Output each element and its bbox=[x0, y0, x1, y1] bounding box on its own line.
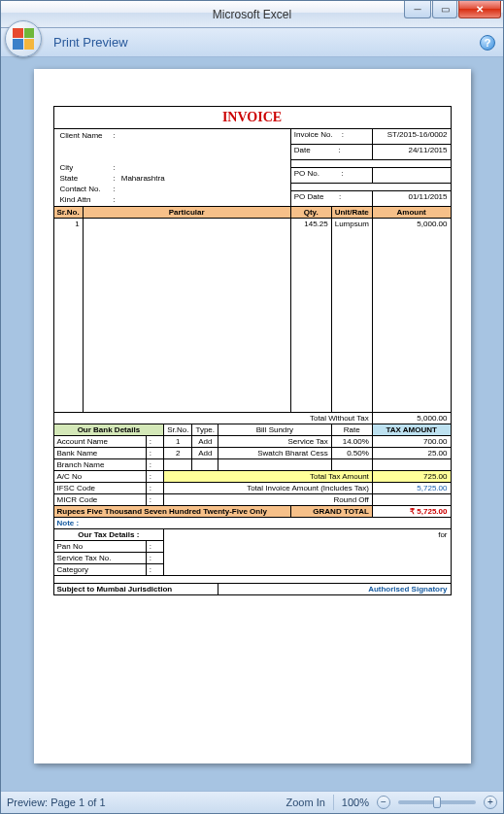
close-button[interactable]: ✕ bbox=[458, 1, 501, 18]
val-grand-total: ₹ 5,725.00 bbox=[372, 506, 451, 518]
amount-in-words: Rupees Five Thousand Seven Hundred Twent… bbox=[53, 506, 290, 518]
table-row: 1 145.25 Lumpsum 5,000.00 bbox=[53, 219, 451, 413]
zoom-percent[interactable]: 100% bbox=[342, 797, 369, 808]
office-logo-icon bbox=[13, 28, 34, 50]
lbl-micr: MICR Code bbox=[53, 494, 146, 506]
item-amount: 5,000.00 bbox=[372, 219, 451, 413]
zoom-in-button[interactable]: Zoom In bbox=[286, 797, 325, 808]
lbl-pono: PO No. : bbox=[290, 168, 372, 184]
titlebar: Microsoft Excel ─ ▭ ✕ bbox=[1, 1, 503, 28]
lbl-bank-name: Bank Name bbox=[53, 448, 146, 459]
preview-page: INVOICE Client Name: City: State:Maharas… bbox=[34, 69, 471, 763]
maximize-button[interactable]: ▭ bbox=[432, 1, 457, 18]
bs-taxamt-hdr: TAX AMOUNT bbox=[372, 424, 451, 436]
lbl-pan: Pan No bbox=[53, 541, 146, 553]
item-srno: 1 bbox=[53, 219, 83, 413]
lbl-date: Date : bbox=[290, 145, 372, 160]
authorised-signatory: Authorised Signatory bbox=[218, 584, 451, 595]
bs1-amt: 700.00 bbox=[372, 436, 451, 448]
bs2-rate: 0.50% bbox=[331, 448, 372, 459]
bs-srno-hdr: Sr.No. bbox=[164, 424, 192, 436]
bs1-rate: 14.00% bbox=[331, 436, 372, 448]
col-srno: Sr.No. bbox=[53, 207, 83, 219]
lbl-total-tax: Total Tax Amount bbox=[164, 471, 373, 483]
bs1-name: Service Tax bbox=[218, 436, 332, 448]
lbl-category: Category bbox=[53, 564, 146, 576]
col-rate: Unit/Rate bbox=[331, 207, 372, 219]
bs2-amt: 25.00 bbox=[372, 448, 451, 459]
bs2-name: Swatch Bharat Cess bbox=[218, 448, 332, 459]
lbl-grand-total: GRAND TOTAL bbox=[290, 506, 372, 518]
val-total-tax: 725.00 bbox=[372, 471, 451, 483]
col-qty: Qty. bbox=[290, 207, 331, 219]
lbl-total-invoice: Total Invoice Amount (Includes Tax) bbox=[164, 483, 373, 494]
window-title: Microsoft Excel bbox=[213, 8, 291, 21]
bs2-type: Add bbox=[192, 448, 218, 459]
statusbar-separator bbox=[333, 795, 334, 810]
lbl-total-without-tax: Total Without Tax bbox=[53, 413, 372, 424]
val-podate: 01/11/2015 bbox=[372, 191, 451, 207]
lbl-account-name: Account Name bbox=[53, 436, 146, 448]
val-state: Maharashtra bbox=[118, 173, 287, 184]
lbl-kindattn: Kind Attn bbox=[57, 194, 111, 205]
val-city bbox=[118, 162, 287, 173]
preview-canvas[interactable]: INVOICE Client Name: City: State:Maharas… bbox=[1, 57, 503, 791]
lbl-ifsc: IFSC Code bbox=[53, 483, 146, 494]
lbl-contact: Contact No. bbox=[57, 184, 111, 194]
val-kindattn bbox=[118, 194, 287, 205]
val-date: 24/11/2015 bbox=[372, 145, 451, 160]
bs-rate-hdr: Rate bbox=[331, 424, 372, 436]
zoom-slider[interactable] bbox=[398, 800, 476, 804]
lbl-podate: PO Date : bbox=[290, 191, 372, 207]
minimize-button[interactable]: ─ bbox=[404, 1, 431, 18]
help-button[interactable]: ? bbox=[480, 35, 495, 51]
bs2-srno: 2 bbox=[164, 448, 192, 459]
jurisdiction: Subject to Mumbai Jurisdiction bbox=[53, 584, 218, 595]
window-controls: ─ ▭ ✕ bbox=[403, 1, 501, 18]
status-preview-page: Preview: Page 1 of 1 bbox=[7, 797, 106, 808]
app-window: Microsoft Excel ─ ▭ ✕ Print Preview ? IN… bbox=[0, 0, 504, 814]
val-round-off bbox=[372, 494, 451, 506]
lbl-city: City bbox=[57, 162, 111, 173]
tax-details-header: Our Tax Details : bbox=[53, 529, 164, 541]
item-particular bbox=[83, 219, 290, 413]
bs-sundry-hdr: Bill Sundry bbox=[218, 424, 332, 436]
lbl-note: Note : bbox=[53, 518, 451, 529]
val-total-without-tax: 5,000.00 bbox=[372, 413, 451, 424]
lbl-invoice-no: Invoice No. : bbox=[290, 129, 372, 145]
val-contact bbox=[118, 184, 287, 194]
statusbar: Preview: Page 1 of 1 Zoom In 100% − + bbox=[1, 791, 503, 813]
ribbon: Print Preview ? bbox=[1, 28, 503, 57]
invoice-title: INVOICE bbox=[53, 107, 451, 129]
bs1-srno: 1 bbox=[164, 436, 192, 448]
lbl-for: for bbox=[164, 529, 451, 576]
val-invoice-no: ST/2015-16/0002 bbox=[372, 129, 451, 145]
zoom-slider-thumb[interactable] bbox=[433, 797, 441, 808]
lbl-ac-no: A/C No bbox=[53, 471, 146, 483]
val-client-name bbox=[118, 130, 287, 141]
lbl-stno: Service Tax No. bbox=[53, 553, 146, 564]
lbl-client-name: Client Name bbox=[57, 130, 111, 141]
zoom-out-button[interactable]: − bbox=[377, 796, 390, 809]
minus-icon: − bbox=[381, 797, 386, 807]
val-total-invoice: 5,725.00 bbox=[372, 483, 451, 494]
bank-details-header: Our Bank Details bbox=[53, 424, 164, 436]
zoom-in-icon-button[interactable]: + bbox=[484, 796, 497, 809]
col-particular: Particular bbox=[83, 207, 290, 219]
bs1-type: Add bbox=[192, 436, 218, 448]
item-rate: Lumpsum bbox=[331, 219, 372, 413]
bs-type-hdr: Type. bbox=[192, 424, 218, 436]
lbl-state: State bbox=[57, 173, 111, 184]
lbl-round-off: Round Off bbox=[164, 494, 373, 506]
col-amount: Amount bbox=[372, 207, 451, 219]
val-pono bbox=[372, 168, 451, 184]
plus-icon: + bbox=[487, 797, 493, 807]
item-qty: 145.25 bbox=[290, 219, 331, 413]
lbl-branch-name: Branch Name bbox=[53, 459, 146, 471]
office-button[interactable] bbox=[5, 20, 42, 57]
ribbon-tab-print-preview[interactable]: Print Preview bbox=[53, 35, 128, 50]
